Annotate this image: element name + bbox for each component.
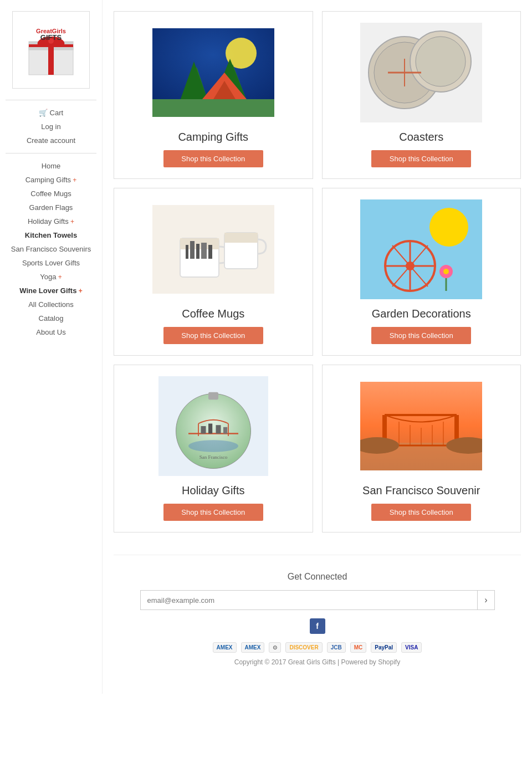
cart-icon: 🛒 <box>39 109 48 117</box>
svg-point-56 <box>188 440 238 452</box>
sidebar-item-wine-lover-gifts[interactable]: Wine Lover Gifts <box>6 284 96 298</box>
svg-rect-53 <box>208 424 212 434</box>
svg-text:San Francisco: San Francisco <box>199 454 227 460</box>
sidebar-item-sports-lover-gifts[interactable]: Sports Lover Gifts <box>6 256 96 270</box>
collection-title-holiday: Holiday Gifts <box>125 484 301 497</box>
collection-image-camping <box>125 23 301 122</box>
svg-rect-29 <box>224 233 258 243</box>
main-content: Camping Gifts Shop this Collection Coast… <box>103 0 532 694</box>
svg-rect-48 <box>208 392 218 400</box>
site-logo[interactable]: GreatGirls GIFTS <box>12 11 90 89</box>
payment-badge: AMEX <box>213 642 237 653</box>
shop-btn-holiday[interactable]: Shop this Collection <box>163 504 263 521</box>
svg-rect-55 <box>223 427 227 434</box>
collection-image-holiday: San Francisco <box>125 376 301 476</box>
payment-badge: ⊙ <box>269 642 281 653</box>
sidebar-login-link[interactable]: Log in <box>6 120 96 134</box>
svg-point-22 <box>416 37 466 86</box>
svg-rect-52 <box>201 426 206 434</box>
collection-image-garden <box>334 199 510 299</box>
shop-btn-coasters[interactable]: Shop this Collection <box>371 150 471 167</box>
svg-rect-54 <box>216 425 221 433</box>
payment-badge: MC <box>350 642 367 653</box>
sidebar-item-home[interactable]: Home <box>6 159 96 173</box>
sidebar-item-catalog[interactable]: Catalog <box>6 311 96 325</box>
payment-badge: DISCOVER <box>285 642 322 653</box>
collection-card-sf: San Francisco Souvenir Shop this Collect… <box>322 365 521 532</box>
shop-btn-camping[interactable]: Shop this Collection <box>163 150 263 167</box>
sidebar-divider-1 <box>6 100 96 100</box>
collection-title-coasters: Coasters <box>334 131 510 144</box>
collection-image-coffee <box>125 199 301 299</box>
email-signup-row: › <box>140 590 495 610</box>
sidebar-item-all-collections[interactable]: All Collections <box>6 298 96 311</box>
payment-icons: AMEXAMEX⊙DISCOVERJCBMCPayPalVISA <box>125 642 510 653</box>
sidebar-item-holiday-gifts[interactable]: Holiday Gifts <box>6 214 96 228</box>
svg-rect-35 <box>360 199 482 299</box>
collection-title-camping: Camping Gifts <box>125 131 301 144</box>
shop-btn-coffee[interactable]: Shop this Collection <box>163 327 263 344</box>
payment-badge: AMEX <box>241 642 265 653</box>
payment-badge: VISA <box>401 642 422 653</box>
sidebar-nav: HomeCamping GiftsCoffee MugsGarden Flags… <box>6 159 96 339</box>
collection-image-sf <box>334 376 510 476</box>
collection-card-holiday: San Francisco Holiday Gifts Shop this Co… <box>114 365 313 532</box>
sidebar-create-account-link[interactable]: Create account <box>6 134 96 147</box>
facebook-icon[interactable]: f <box>310 618 325 634</box>
sidebar-item-coffee-mugs[interactable]: Coffee Mugs <box>6 187 96 201</box>
sidebar-item-yoga[interactable]: Yoga <box>6 270 96 284</box>
sidebar-item-camping-gifts[interactable]: Camping Gifts <box>6 173 96 187</box>
copyright-text: Copyright © 2017 Great Girls Gifts | Pow… <box>125 658 510 666</box>
svg-rect-34 <box>208 245 212 259</box>
sidebar-item-kitchen-towels[interactable]: Kitchen Towels <box>6 228 96 242</box>
svg-rect-32 <box>196 244 200 259</box>
svg-rect-3 <box>29 44 73 47</box>
collection-card-coffee: Coffee Mugs Shop this Collection <box>114 188 313 356</box>
payment-badge: PayPal <box>371 642 397 653</box>
svg-rect-30 <box>186 245 188 259</box>
collection-image-coasters <box>334 23 510 122</box>
sidebar-cart-link[interactable]: 🛒 Cart <box>6 106 96 120</box>
shop-btn-sf[interactable]: Shop this Collection <box>371 504 471 521</box>
sidebar-divider-2 <box>6 153 96 153</box>
social-icons: f <box>125 618 510 634</box>
get-connected-label: Get Connected <box>125 572 510 582</box>
svg-rect-33 <box>201 243 207 259</box>
collection-card-camping: Camping Gifts Shop this Collection <box>114 11 313 179</box>
sidebar: GreatGirls GIFTS 🛒 Cart Log in Create ac… <box>0 0 103 694</box>
collection-card-coasters: Coasters Shop this Collection <box>322 11 521 179</box>
collection-card-garden: Garden Decorations Shop this Collection <box>322 188 521 356</box>
svg-text:GIFTS: GIFTS <box>40 33 62 42</box>
sidebar-item-about-us[interactable]: About Us <box>6 325 96 339</box>
collection-title-sf: San Francisco Souvenir <box>334 484 510 497</box>
svg-point-44 <box>443 269 449 274</box>
svg-point-36 <box>429 208 468 247</box>
collections-grid: Camping Gifts Shop this Collection Coast… <box>114 11 521 532</box>
sidebar-item-san-francisco-souvenirs[interactable]: San Francisco Souvenirs <box>6 242 96 256</box>
sidebar-item-garden-flags[interactable]: Garden Flags <box>6 201 96 214</box>
email-input[interactable] <box>141 591 478 610</box>
svg-rect-31 <box>190 241 195 259</box>
footer: Get Connected › f AMEXAMEX⊙DISCOVERJCBMC… <box>114 555 521 683</box>
payment-badge: JCB <box>327 642 346 653</box>
collection-title-coffee: Coffee Mugs <box>125 308 301 320</box>
email-submit-button[interactable]: › <box>477 591 494 610</box>
collection-title-garden: Garden Decorations <box>334 308 510 320</box>
shop-btn-garden[interactable]: Shop this Collection <box>371 327 471 344</box>
svg-rect-15 <box>152 99 274 117</box>
